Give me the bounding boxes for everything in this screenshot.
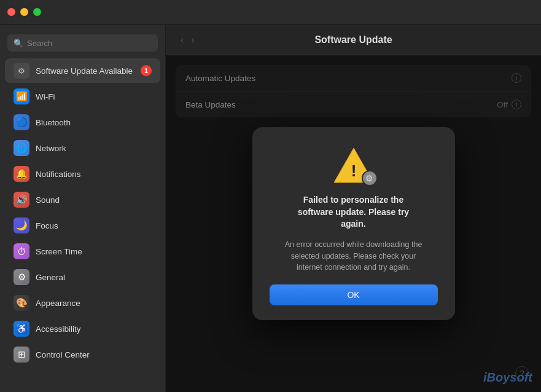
sidebar-item-network[interactable]: 🌐 Network [5, 136, 160, 160]
dialog-overlay: ! ⚙ Failed to personalize the software u… [166, 55, 541, 392]
bluetooth-icon: 🔵 [14, 114, 29, 130]
sidebar-item-bluetooth[interactable]: 🔵 Bluetooth [5, 110, 160, 135]
forward-arrow[interactable]: › [189, 33, 197, 47]
screen-time-icon: ⏱ [14, 243, 29, 259]
content-header: ‹ › Software Update [166, 25, 541, 55]
title-bar [0, 0, 541, 25]
sidebar-item-software-update[interactable]: ⚙ Software Update Available 1 [5, 58, 160, 83]
software-update-icon: ⚙ [14, 63, 29, 79]
sidebar-item-accessibility[interactable]: ♿ Accessibility [5, 316, 160, 341]
page-title: Software Update [314, 34, 392, 45]
dialog-title: Failed to personalize the software updat… [298, 194, 409, 230]
sidebar-label-bluetooth: Bluetooth [36, 118, 152, 127]
search-icon: 🔍 [14, 39, 23, 48]
error-dialog: ! ⚙ Failed to personalize the software u… [252, 127, 455, 320]
sidebar-label-general: General [36, 273, 152, 282]
accessibility-icon: ♿ [14, 321, 29, 337]
sidebar-item-appearance[interactable]: 🎨 Appearance [5, 291, 160, 315]
control-center-icon: ⊞ [14, 347, 29, 363]
sidebar-label-accessibility: Accessibility [36, 324, 152, 334]
dialog-message: An error occurred while downloading the … [285, 239, 422, 273]
sidebar-label-screen-time: Screen Time [36, 247, 152, 256]
sidebar-label-notifications: Notifications [36, 170, 152, 179]
minimize-button[interactable] [20, 8, 28, 16]
sidebar-item-control-center[interactable]: ⊞ Control Center [5, 342, 160, 367]
sidebar: 🔍 Search ⚙ Software Update Available 1 📶… [0, 25, 166, 392]
dialog-icon-container: ! ⚙ [332, 146, 375, 186]
sidebar-label-focus: Focus [36, 221, 152, 230]
focus-icon: 🌙 [14, 218, 29, 233]
maximize-button[interactable] [33, 8, 41, 16]
sidebar-item-notifications[interactable]: 🔔 Notifications [5, 162, 160, 186]
traffic-lights [7, 8, 41, 16]
search-box[interactable]: 🔍 Search [7, 34, 158, 52]
sidebar-label-wifi: Wi-Fi [36, 92, 152, 101]
sidebar-item-sound[interactable]: 🔊 Sound [5, 187, 160, 212]
search-container: 🔍 Search [0, 31, 165, 58]
close-button[interactable] [7, 8, 15, 16]
sidebar-item-focus[interactable]: 🌙 Focus [5, 213, 160, 238]
appearance-icon: 🎨 [14, 295, 29, 311]
search-placeholder: Search [27, 39, 52, 48]
svg-text:!: ! [351, 162, 356, 180]
sidebar-item-screen-time[interactable]: ⏱ Screen Time [5, 239, 160, 264]
sidebar-label-appearance: Appearance [36, 299, 152, 308]
sidebar-label-network: Network [36, 144, 152, 153]
sidebar-label-software-update: Software Update Available [36, 66, 134, 76]
content-body: Automatic Updates i Beta Updates Off i [166, 55, 541, 392]
network-icon: 🌐 [14, 140, 29, 156]
nav-arrows: ‹ › [178, 33, 197, 47]
gear-badge-icon: ⚙ [362, 170, 378, 186]
software-update-badge: 1 [141, 65, 152, 76]
back-arrow[interactable]: ‹ [178, 33, 186, 47]
sidebar-label-sound: Sound [36, 195, 152, 205]
main-content: ‹ › Software Update Automatic Updates i … [166, 25, 541, 392]
notifications-icon: 🔔 [14, 166, 29, 182]
general-icon: ⚙ [14, 269, 29, 285]
wifi-icon: 📶 [14, 88, 29, 104]
sidebar-label-control-center: Control Center [36, 350, 152, 359]
ok-button[interactable]: OK [270, 284, 438, 305]
sidebar-item-wifi[interactable]: 📶 Wi-Fi [5, 84, 160, 109]
sidebar-item-general[interactable]: ⚙ General [5, 265, 160, 289]
sound-icon: 🔊 [14, 192, 29, 208]
